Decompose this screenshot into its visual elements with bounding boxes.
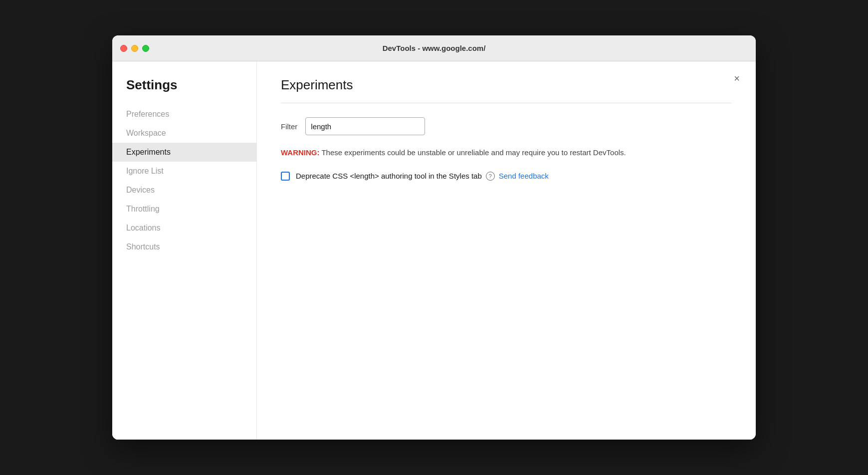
minimize-traffic-light[interactable] [131,45,138,52]
titlebar-title: DevTools - www.google.com/ [383,44,486,52]
warning-text: WARNING: These experiments could be unst… [281,147,732,159]
experiment-item: Deprecate CSS <length> authoring tool in… [281,171,732,182]
warning-description: These experiments could be unstable or u… [321,148,626,157]
maximize-traffic-light[interactable] [142,45,149,52]
filter-label: Filter [281,122,297,131]
page-title: Experiments [281,77,732,93]
traffic-lights [120,45,149,52]
sidebar-nav: Preferences Workspace Experiments Ignore… [112,105,256,256]
experiment-label-text: Deprecate CSS <length> authoring tool in… [296,171,482,182]
sidebar-item-workspace[interactable]: Workspace [112,124,256,143]
sidebar-item-locations[interactable]: Locations [112,219,256,238]
sidebar-item-ignore-list[interactable]: Ignore List [112,162,256,181]
sidebar-item-throttling[interactable]: Throttling [112,200,256,219]
experiment-checkbox[interactable] [281,172,290,181]
help-icon[interactable]: ? [486,172,495,181]
filter-input[interactable] [305,117,425,135]
close-traffic-light[interactable] [120,45,127,52]
send-feedback-link[interactable]: Send feedback [499,171,549,182]
sidebar-title: Settings [112,77,256,105]
close-button[interactable]: × [730,71,744,85]
filter-row: Filter [281,117,732,135]
main-content: × Experiments Filter WARNING: These expe… [257,61,756,440]
divider [281,103,732,103]
experiment-label: Deprecate CSS <length> authoring tool in… [296,171,549,182]
devtools-window: DevTools - www.google.com/ Settings Pref… [112,35,756,440]
sidebar-item-experiments[interactable]: Experiments [112,143,256,162]
window-content: Settings Preferences Workspace Experimen… [112,61,756,440]
sidebar-item-preferences[interactable]: Preferences [112,105,256,124]
sidebar-item-devices[interactable]: Devices [112,181,256,200]
warning-label: WARNING: [281,148,320,157]
sidebar: Settings Preferences Workspace Experimen… [112,61,257,440]
sidebar-item-shortcuts[interactable]: Shortcuts [112,238,256,256]
titlebar: DevTools - www.google.com/ [112,35,756,61]
